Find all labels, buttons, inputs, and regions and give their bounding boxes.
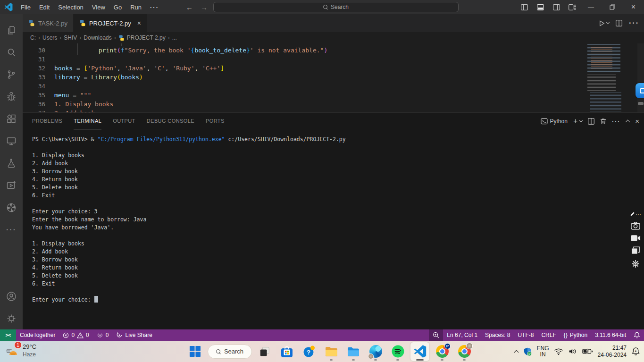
indentation-status[interactable]: Spaces: 8 <box>481 329 514 341</box>
kill-terminal-trash-icon[interactable] <box>600 118 606 125</box>
language-indicator[interactable]: ENG IN <box>537 345 549 358</box>
spotify-button[interactable] <box>388 342 407 361</box>
screen-record-video-icon[interactable] <box>631 235 641 242</box>
tab-problems[interactable]: PROBLEMS <box>32 113 62 129</box>
tab-terminal[interactable]: TERMINAL <box>74 113 101 129</box>
menu-more-icon[interactable]: ··· <box>146 0 163 14</box>
cursor-position-status[interactable]: Ln 67, Col 1 <box>443 329 481 341</box>
crumb-shiv[interactable]: SHIV <box>64 34 77 41</box>
editor-more-actions-icon[interactable]: ··· <box>629 19 639 27</box>
task-view-button[interactable] <box>255 342 274 361</box>
terminal-dropdown-chevron-icon[interactable] <box>579 118 583 122</box>
taskbar-search[interactable]: Search <box>208 345 252 359</box>
notification-bell-dnd-icon[interactable]: z <box>631 347 640 356</box>
codetogether-status[interactable]: CodeTogether <box>16 329 59 341</box>
crumb-drive[interactable]: C: <box>30 34 36 41</box>
annotate-more-icon[interactable]: ··· <box>636 212 642 217</box>
nav-forward-icon[interactable]: → <box>201 3 208 11</box>
new-terminal-icon[interactable]: + <box>573 117 577 126</box>
testing-icon[interactable] <box>0 152 23 174</box>
crumb-symbol-more[interactable]: ... <box>172 34 177 41</box>
ports-status[interactable]: 0 <box>93 329 113 341</box>
chrome-profile1-button[interactable]: P <box>433 342 452 361</box>
vscode-button[interactable] <box>410 342 429 361</box>
tab-ports[interactable]: PORTS <box>206 113 225 129</box>
maximize-panel-chevron-icon[interactable] <box>626 120 630 125</box>
run-options-chevron-icon[interactable] <box>606 21 610 24</box>
file-explorer-button[interactable] <box>322 342 341 361</box>
terminal-shell-selector[interactable]: Python <box>541 118 568 125</box>
minimize-button[interactable]: — <box>580 0 602 14</box>
start-button[interactable] <box>185 342 204 361</box>
remote-indicator[interactable]: >< <box>0 329 16 341</box>
toggle-secondary-sidebar-icon[interactable] <box>548 0 564 14</box>
source-control-icon[interactable] <box>0 63 23 85</box>
notifications-bell[interactable] <box>630 329 644 341</box>
breadcrumb[interactable]: C: › Users › SHIV › Downloads › PROJECT-… <box>23 32 644 43</box>
live-preview-icon[interactable] <box>0 174 23 196</box>
scrollbar-thumb[interactable] <box>638 102 644 105</box>
chrome-profile2-button[interactable] <box>455 342 474 361</box>
toggle-sidebar-icon[interactable] <box>516 0 532 14</box>
explorer-icon[interactable] <box>0 19 23 41</box>
crumb-file[interactable]: PROJECT-2.py <box>127 34 166 41</box>
run-and-debug-icon[interactable] <box>0 85 23 108</box>
screen-capture-overlay-icon[interactable] <box>636 83 644 98</box>
search-sidebar-icon[interactable] <box>0 41 23 63</box>
weather-widget[interactable]: 1 29°C Haze <box>5 343 36 359</box>
tray-expand-chevron-icon[interactable] <box>514 350 519 355</box>
windows-security-shield-icon[interactable] <box>523 347 532 356</box>
battery-charging-icon[interactable] <box>582 347 593 355</box>
menu-run[interactable]: Run <box>126 0 146 14</box>
extensions-icon[interactable] <box>0 108 23 130</box>
tab-project-2[interactable]: PROJECT-2.py × <box>74 14 147 32</box>
terminal-output[interactable]: PS C:\Users\SHIV> & "C:/Program Files/Py… <box>23 129 644 304</box>
blue-folder-button[interactable] <box>344 342 363 361</box>
toggle-panel-icon[interactable] <box>532 0 548 14</box>
tab-debug-console[interactable]: DEBUG CONSOLE <box>147 113 194 129</box>
annotate-pen-icon[interactable]: ··· <box>630 211 642 217</box>
crumb-downloads[interactable]: Downloads <box>84 34 111 41</box>
microsoft-store-button[interactable] <box>277 342 296 361</box>
edge-button[interactable] <box>366 342 385 361</box>
menu-selection[interactable]: Selection <box>54 0 87 14</box>
menu-view[interactable]: View <box>88 0 109 14</box>
remote-explorer-icon[interactable] <box>0 130 23 152</box>
live-share-status[interactable]: Live Share <box>112 329 156 341</box>
customize-layout-icon[interactable] <box>564 0 580 14</box>
clock[interactable]: 21:47 24-06-2024 <box>598 345 627 359</box>
codetogether-icon[interactable] <box>0 196 23 219</box>
code-editor[interactable]: 30 print(f"Sorry, the book '{book_to_del… <box>23 43 644 112</box>
screenshot-camera-icon[interactable] <box>631 221 640 230</box>
interpreter-status[interactable]: 3.11.6 64-bit <box>591 329 630 341</box>
close-tab-icon[interactable]: × <box>137 19 141 27</box>
minimap[interactable] <box>585 43 627 112</box>
volume-icon[interactable] <box>568 347 577 355</box>
window-capture-icon[interactable] <box>631 246 640 254</box>
wifi-icon[interactable] <box>554 347 563 355</box>
tab-output[interactable]: OUTPUT <box>113 113 135 129</box>
menu-file[interactable]: File <box>17 0 35 14</box>
close-window-button[interactable]: × <box>623 0 644 14</box>
panel-more-actions-icon[interactable]: ··· <box>612 118 620 125</box>
language-mode-status[interactable]: {} Python <box>560 329 591 341</box>
account-icon[interactable] <box>0 285 23 307</box>
problems-status[interactable]: 0 0 <box>59 329 92 341</box>
menu-edit[interactable]: Edit <box>35 0 54 14</box>
settings-gear-icon[interactable] <box>0 307 23 329</box>
overlay-settings-gear-icon[interactable] <box>631 259 640 269</box>
tab-task-2[interactable]: TASK-2.py <box>23 14 74 32</box>
split-terminal-icon[interactable] <box>588 118 594 125</box>
eol-status[interactable]: CRLF <box>537 329 560 341</box>
encoding-status[interactable]: UTF-8 <box>514 329 537 341</box>
more-views-icon[interactable]: ··· <box>0 219 23 241</box>
zoom-status[interactable] <box>429 329 443 341</box>
split-editor-icon[interactable] <box>616 20 622 26</box>
menu-go[interactable]: Go <box>109 0 126 14</box>
crumb-users[interactable]: Users <box>42 34 57 41</box>
run-python-file-button[interactable] <box>598 20 609 27</box>
restore-button[interactable] <box>602 0 623 14</box>
command-center-search[interactable]: Search <box>213 2 459 12</box>
nav-back-icon[interactable]: ← <box>186 3 193 11</box>
close-panel-icon[interactable]: × <box>635 117 639 125</box>
